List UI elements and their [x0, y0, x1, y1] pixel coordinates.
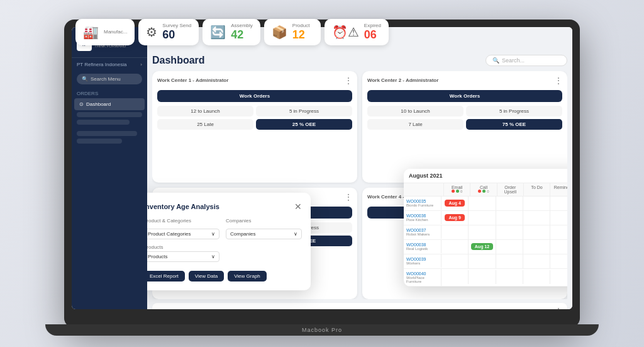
row3-call	[469, 225, 496, 239]
inventory-age-popup: Inventory Age Analysis ✕ Product & Categ…	[147, 193, 311, 290]
gear-icon: ⚙	[146, 25, 157, 40]
row-id-5: WO00039 Workers	[404, 254, 441, 268]
sidebar-bar-1	[77, 112, 142, 117]
row4-todo	[523, 240, 550, 254]
work-center-card-1: Work Center 1 - Administrator ⋮ Work Ord…	[152, 71, 357, 183]
row3-todo	[523, 225, 550, 239]
sidebar: # HASHMICRO THINK FORWARD PT Refinera In…	[72, 27, 147, 309]
row1-email-badge: Aug 4	[445, 200, 464, 207]
row-id-4: WO00038 Real Logistik	[404, 240, 441, 253]
wc2-stats: 10 to Launch 5 in Progress 7 Late 75 % O…	[367, 106, 562, 130]
wc1-header: Work Center 1 - Administrator ⋮	[157, 76, 352, 85]
products-select[interactable]: Products ∨	[147, 251, 219, 262]
row3-order	[496, 225, 523, 239]
wc1-stats: 12 to Launch 5 in Progress 25 Late 25 % …	[157, 106, 352, 130]
main-layout: # HASHMICRO THINK FORWARD PT Refinera In…	[72, 27, 572, 309]
wc1-title: Work Center 1 - Administrator	[157, 77, 228, 83]
popup-form-row-2: Product Categories ∨ Companies ∨	[147, 229, 302, 239]
stat-survey-send: ⚙ Survey Send 60	[138, 19, 199, 45]
laptop-body: # HASHMICRO THINK FORWARD PT Refinera In…	[64, 20, 580, 328]
product-cat-select[interactable]: Product Categories ∨	[147, 229, 219, 239]
company-name[interactable]: PT Refinera Indonesia ›	[72, 62, 147, 71]
survey-send-value: 60	[162, 28, 191, 42]
row1-email: Aug 4	[441, 196, 469, 210]
stat-manufacture: 🏭 Manufac...	[75, 19, 135, 45]
product-label: Product	[292, 23, 310, 28]
cal-row-wo00037: WO00037 Robot Makers	[404, 225, 567, 240]
cal-row-wo00038: WO00038 Real Logistik Aug 12	[404, 240, 567, 254]
row1-call	[469, 196, 496, 210]
sidebar-bar-2	[77, 120, 130, 125]
wc2-menu-icon[interactable]: ⋮	[555, 76, 562, 85]
popup-header: Inventory Age Analysis ✕	[147, 202, 302, 212]
row2-reminder	[550, 211, 567, 225]
wc1-stat-late: 25 Late	[157, 119, 253, 130]
row-id-2: WO00036 Pixie Kitchen	[404, 211, 441, 224]
companies-label: Companies	[226, 218, 302, 224]
view-graph-button[interactable]: View Graph	[228, 271, 267, 282]
stat-product: 📦 Product 12	[264, 19, 321, 45]
products-group: Products Products ∨	[147, 244, 302, 262]
product-cat-label: Product & Categories	[147, 218, 219, 224]
wc2-stat-late: 7 Late	[367, 119, 464, 130]
popup-close-icon[interactable]: ✕	[294, 202, 302, 212]
row-id-6: WO00040 WorkPlace Furniture	[404, 269, 441, 286]
sidebar-item-dashboard[interactable]: ⊙ Dashboard	[74, 98, 145, 110]
manufacture-icon: 🏭	[83, 25, 99, 40]
page-title: Dashboard	[152, 55, 205, 66]
cal-col-reminder: Reminder	[550, 183, 567, 196]
row2-email: Aug 9	[441, 211, 469, 225]
calendar-columns: Email 0 Call 0 Order Upsell To Do	[404, 183, 567, 196]
products-label: Products	[147, 244, 302, 250]
wc2-title: Work Center 2 - Administrator	[367, 77, 438, 83]
stat-expired: ⏰⚠ Expired 06	[325, 19, 389, 45]
cal-row-wo00035: WO00035 Biordo Furniture Aug 4	[404, 196, 567, 211]
product-icon: 📦	[272, 25, 287, 40]
popup-form-row-1: Product & Categories Companies	[147, 218, 302, 224]
companies-select[interactable]: Companies ∨	[226, 229, 302, 239]
row2-order	[496, 211, 523, 225]
row2-call	[469, 211, 496, 225]
work-center-card-2: Work Center 2 - Administrator ⋮ Work Ord…	[362, 71, 567, 183]
companies-select-group: Companies ∨	[226, 229, 302, 239]
wc2-stat-progress: 5 in Progress	[466, 106, 562, 117]
search-icon: 🔍	[492, 57, 499, 64]
chevron-down-icon: ∨	[211, 231, 215, 237]
row4-call: Aug 12	[469, 240, 496, 254]
wc5-menu-icon[interactable]: ⋮	[555, 307, 562, 309]
row6-todo	[523, 270, 550, 284]
row6-reminder	[550, 270, 567, 284]
laptop-container: 🏭 Manufac... ⚙ Survey Send 60 🔄 Assembly…	[33, 4, 611, 344]
view-data-button[interactable]: View Data	[189, 271, 224, 282]
wc1-stat-launch: 12 to Launch	[157, 106, 253, 117]
row5-reminder	[550, 254, 567, 268]
sidebar-bar-3	[77, 131, 137, 136]
row4-order	[496, 240, 523, 254]
wc3-menu-icon[interactable]: ⋮	[345, 193, 352, 202]
dashboard-icon: ⊙	[79, 101, 84, 107]
search-menu[interactable]: 🔍 Search Menu	[77, 74, 142, 84]
laptop-bottom: Macbook Pro	[45, 324, 599, 336]
work-center-card-4: Work Center 4 - Administrator ⋮ Work Ord…	[362, 188, 567, 299]
wc1-menu-icon[interactable]: ⋮	[345, 76, 352, 85]
row3-reminder	[550, 225, 567, 239]
row6-email	[441, 270, 469, 284]
content-header: Dashboard 🔍 Search...	[152, 55, 567, 66]
calendar-popup: August 2021 Email 0 Call 0	[404, 169, 567, 287]
companies-group: Companies	[226, 218, 302, 224]
row4-call-badge: Aug 12	[471, 243, 493, 250]
row5-email	[441, 254, 469, 268]
search-bar[interactable]: 🔍 Search...	[486, 55, 567, 66]
row5-todo	[523, 254, 550, 268]
wc1-stat-progress: 5 in Progress	[256, 106, 352, 117]
wc2-work-orders-btn[interactable]: Work Orders	[367, 90, 562, 102]
row1-reminder	[550, 196, 567, 210]
row2-email-badge: Aug 9	[445, 214, 464, 221]
excel-report-button[interactable]: Excel Report	[147, 271, 185, 282]
popup-actions: Excel Report View Data View Graph	[147, 271, 302, 282]
row5-order	[496, 254, 523, 268]
cal-row-wo00040: WO00040 WorkPlace Furniture	[404, 269, 567, 287]
wc2-stat-launch: 10 to Launch	[367, 106, 464, 117]
row6-order	[496, 270, 523, 284]
wc1-work-orders-btn[interactable]: Work Orders	[157, 90, 352, 102]
